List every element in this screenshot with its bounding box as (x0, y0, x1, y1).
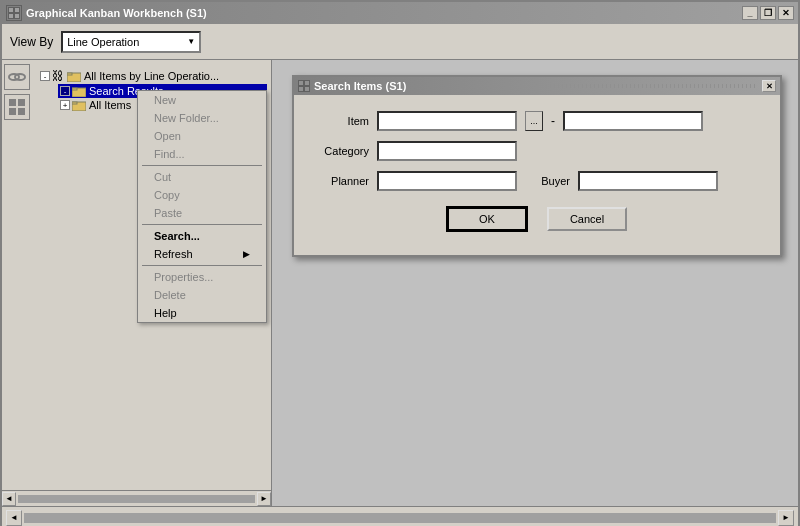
app-icon (6, 5, 22, 21)
search-expand-icon[interactable]: - (60, 86, 70, 96)
folder-icon (67, 70, 81, 82)
cancel-button[interactable]: Cancel (547, 207, 627, 231)
menu-new-folder[interactable]: New Folder... (138, 109, 266, 127)
tree-root[interactable]: - ⛓ All Items by Line Operatio... (38, 68, 267, 84)
category-input[interactable] (377, 141, 517, 161)
chevron-down-icon: ▼ (187, 37, 195, 46)
menu-new[interactable]: New (138, 91, 266, 109)
svg-rect-4 (15, 14, 19, 18)
svg-rect-12 (67, 73, 72, 75)
allitems-folder-icon (72, 99, 86, 111)
menu-delete[interactable]: Delete (138, 286, 266, 304)
scroll-right-button[interactable]: ► (257, 492, 271, 506)
svg-rect-18 (299, 81, 303, 85)
svg-rect-21 (305, 87, 309, 91)
separator-1 (142, 165, 262, 166)
dialog-title-pattern (538, 84, 758, 88)
scroll-left-button[interactable]: ◄ (2, 492, 16, 506)
grid-icon-button[interactable] (4, 94, 30, 120)
left-panel: - ⛓ All Items by Line Operatio... - S (2, 60, 272, 506)
close-button[interactable]: ✕ (778, 6, 794, 20)
left-panel-scrollbar: ◄ ► (2, 490, 271, 506)
dialog-title-bar: Search Items (S1) ✕ (294, 77, 780, 95)
dialog-icon (298, 80, 310, 92)
right-panel: Search Items (S1) ✕ Item ... - (272, 60, 798, 506)
buyer-label: Buyer (525, 175, 570, 187)
context-menu: New New Folder... Open Find... Cut Copy … (137, 90, 267, 323)
category-row: Category (314, 141, 760, 161)
svg-rect-1 (9, 8, 13, 12)
menu-copy[interactable]: Copy (138, 186, 266, 204)
svg-rect-2 (15, 8, 19, 12)
toolbar: View By Line Operation ▼ (2, 24, 798, 60)
root-chain-icon: ⛓ (52, 69, 64, 83)
svg-rect-7 (9, 99, 16, 106)
menu-refresh[interactable]: Refresh ▶ (138, 245, 266, 263)
side-icons (2, 60, 32, 124)
separator-2 (142, 224, 262, 225)
minimize-button[interactable]: _ (742, 6, 758, 20)
category-label: Category (314, 145, 369, 157)
ok-button[interactable]: OK (447, 207, 527, 231)
search-folder-icon (72, 85, 86, 97)
menu-paste[interactable]: Paste (138, 204, 266, 222)
dialog-content: Item ... - Category Planner (294, 95, 780, 255)
menu-open[interactable]: Open (138, 127, 266, 145)
dialog-close-button[interactable]: ✕ (762, 80, 776, 92)
refresh-label: Refresh (154, 248, 193, 260)
viewby-select[interactable]: Line Operation ▼ (61, 31, 201, 53)
svg-rect-3 (9, 14, 13, 18)
content-area: - ⛓ All Items by Line Operatio... - S (2, 60, 798, 506)
main-window: Graphical Kanban Workbench (S1) _ ❐ ✕ Vi… (0, 0, 800, 526)
menu-help[interactable]: Help (138, 304, 266, 322)
viewby-value: Line Operation (67, 36, 139, 48)
status-left-arrow[interactable]: ◄ (6, 510, 22, 526)
search-dialog: Search Items (S1) ✕ Item ... - (292, 75, 782, 257)
all-items-label: All Items (89, 99, 131, 111)
svg-rect-9 (9, 108, 16, 115)
planner-input[interactable] (377, 171, 517, 191)
submenu-arrow-icon: ▶ (243, 249, 250, 259)
menu-search[interactable]: Search... (138, 227, 266, 245)
item-dash: - (551, 114, 555, 128)
chain-icon-button[interactable] (4, 64, 30, 90)
viewby-label: View By (10, 35, 53, 49)
item-right-input[interactable] (563, 111, 703, 131)
separator-3 (142, 265, 262, 266)
svg-rect-20 (299, 87, 303, 91)
svg-rect-8 (18, 99, 25, 106)
dialog-title: Search Items (S1) (314, 80, 534, 92)
allitems-expand-icon[interactable]: + (60, 100, 70, 110)
restore-button[interactable]: ❐ (760, 6, 776, 20)
title-bar-controls: _ ❐ ✕ (742, 6, 794, 20)
menu-cut[interactable]: Cut (138, 168, 266, 186)
planner-label: Planner (314, 175, 369, 187)
menu-find[interactable]: Find... (138, 145, 266, 163)
status-right-arrow[interactable]: ► (778, 510, 794, 526)
svg-rect-19 (305, 81, 309, 85)
svg-rect-10 (18, 108, 25, 115)
buyer-input[interactable] (578, 171, 718, 191)
status-scroll[interactable] (24, 513, 776, 523)
item-label: Item (314, 115, 369, 127)
horizontal-scrollbar[interactable] (18, 495, 255, 503)
svg-rect-14 (72, 88, 77, 90)
window-title: Graphical Kanban Workbench (S1) (26, 7, 207, 19)
planner-buyer-row: Planner Buyer (314, 171, 760, 191)
status-bar: ◄ ► (2, 506, 798, 526)
item-row: Item ... - (314, 111, 760, 131)
dialog-buttons: OK Cancel (314, 207, 760, 239)
title-bar: Graphical Kanban Workbench (S1) _ ❐ ✕ (2, 2, 798, 24)
item-browse-button[interactable]: ... (525, 111, 543, 131)
menu-properties[interactable]: Properties... (138, 268, 266, 286)
item-input[interactable] (377, 111, 517, 131)
svg-rect-16 (72, 102, 77, 104)
title-bar-left: Graphical Kanban Workbench (S1) (6, 5, 207, 21)
root-label: All Items by Line Operatio... (84, 70, 219, 82)
root-expand-icon[interactable]: - (40, 71, 50, 81)
